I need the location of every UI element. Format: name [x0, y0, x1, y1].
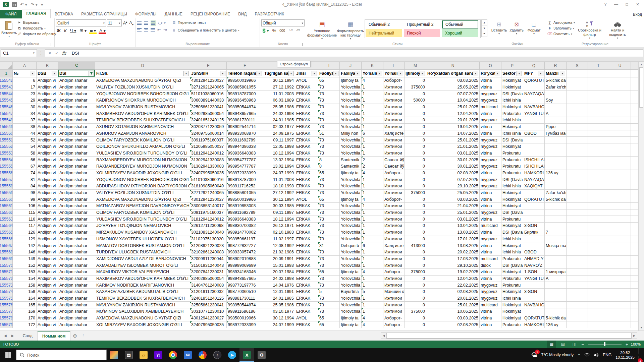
- cell[interactable]: 30210831240040: [190, 229, 227, 236]
- cell[interactable]: 09.11.1997: [263, 137, 295, 143]
- empty-cell[interactable]: [567, 269, 588, 275]
- cell[interactable]: [545, 117, 567, 123]
- cell[interactable]: Ахборот-: [383, 315, 405, 321]
- cell[interactable]: 24.01.1985: [263, 117, 295, 123]
- cell[interactable]: Andijon shahar: [58, 276, 95, 282]
- row-header-155559[interactable]: 155559: [0, 190, 13, 196]
- cell[interactable]: 73: [318, 124, 340, 130]
- cell[interactable]: AYOL: [295, 196, 318, 202]
- cell[interactable]: 73: [318, 117, 340, 123]
- accounting-format-button[interactable]: 💲▾: [261, 28, 269, 33]
- cell[interactable]: vitrina: [480, 269, 501, 275]
- cell[interactable]: [523, 150, 545, 157]
- cell[interactable]: Andijon shahar: [58, 249, 95, 255]
- cell[interactable]: 27.12.1992: [263, 84, 295, 90]
- cell[interactable]: DSI (Davla: [501, 229, 523, 236]
- cell[interactable]: AYOL: [295, 315, 318, 321]
- cell[interactable]: 1: [362, 90, 383, 97]
- row-header-155551[interactable]: 155551: [0, 137, 13, 143]
- cell[interactable]: 1: [362, 216, 383, 222]
- empty-cell[interactable]: [567, 308, 588, 315]
- cell[interactable]: Yo'lovchila: [340, 302, 362, 308]
- empty-cell[interactable]: [609, 130, 631, 137]
- cell[interactable]: mygovuz: [480, 236, 501, 242]
- cell[interactable]: 6: [362, 242, 383, 249]
- empty-cell[interactable]: [567, 249, 588, 255]
- cell[interactable]: Andijon vi: [37, 282, 58, 288]
- cell[interactable]: 4: [362, 315, 383, 321]
- cell[interactable]: Ichki ishla: [501, 183, 523, 189]
- cell[interactable]: Yo'lovchila: [340, 104, 362, 110]
- cell[interactable]: AXMEDOVA MAXZUNABONU GʻAYRAT QIZI: [95, 315, 190, 321]
- cell[interactable]: ERKAK: [295, 170, 318, 176]
- cell[interactable]: 11.01.2003: [263, 90, 295, 97]
- cell[interactable]: DSI (Davla: [501, 209, 523, 216]
- row-header-155579[interactable]: 155579: [0, 321, 13, 328]
- empty-cell[interactable]: [567, 216, 588, 222]
- cell[interactable]: vitrina: [480, 190, 501, 196]
- cell[interactable]: Бирлик: [523, 229, 545, 236]
- cell[interactable]: HAMKORL: [523, 170, 545, 176]
- cell[interactable]: 73: [318, 137, 340, 143]
- cell[interactable]: Andijon shahar: [58, 77, 95, 84]
- cell[interactable]: 32409755060014: [190, 130, 227, 137]
- cell[interactable]: 998954777787: [227, 157, 263, 163]
- cell[interactable]: ERKAK: [295, 256, 318, 262]
- cell[interactable]: Andijon shahar: [58, 315, 95, 321]
- namebox-splitter[interactable]: ⋮: [39, 51, 43, 55]
- cell[interactable]: Hokimiyat: [501, 203, 523, 209]
- cell[interactable]: 25.05.2025: [426, 190, 480, 196]
- cell[interactable]: 136 uy: [545, 321, 567, 328]
- cell[interactable]: Andijon vi: [37, 249, 58, 255]
- cell[interactable]: Andijon shahar: [58, 302, 95, 308]
- cell[interactable]: 1 микрорайон: [545, 269, 567, 275]
- empty-cell[interactable]: [588, 84, 609, 90]
- empty-cell[interactable]: [567, 256, 588, 262]
- cell[interactable]: TURDIYEV ULUGBEK RUSTAMOVICH: [95, 249, 190, 255]
- cell[interactable]: USMONOV XAYOTBEK ULUGʻBEK OʻGʻLI: [95, 236, 190, 242]
- cell[interactable]: 34: [13, 110, 37, 117]
- cell[interactable]: [545, 163, 567, 170]
- task-view-icon[interactable]: ▤: [121, 348, 136, 362]
- cell[interactable]: Hokimiyat: [501, 124, 523, 130]
- cell[interactable]: Andijon shahar: [58, 289, 95, 295]
- cell[interactable]: vitrina: [480, 321, 501, 328]
- cell[interactable]: Ахборот-: [383, 170, 405, 176]
- sort-filter-button[interactable]: АЯ Сортировка и фильтр▾: [575, 19, 604, 40]
- cell[interactable]: 998918787000: [227, 90, 263, 97]
- cell[interactable]: Andijon shahar: [58, 143, 95, 150]
- empty-cell[interactable]: [567, 157, 588, 163]
- cell[interactable]: 32007841230031: [190, 269, 227, 275]
- cell[interactable]: XOLMIRZAYEV BAXODIR JOXONGIR OʻGʻLI: [95, 321, 190, 328]
- cell[interactable]: Ахборот-: [383, 269, 405, 275]
- cell[interactable]: Andijon shahar: [58, 183, 95, 189]
- empty-cell[interactable]: [567, 137, 588, 143]
- cell[interactable]: 73: [318, 295, 340, 302]
- empty-cell[interactable]: [567, 176, 588, 183]
- scroll-down-icon[interactable]: ▼: [639, 325, 644, 330]
- cell[interactable]: 998936458963: [227, 97, 263, 104]
- cell[interactable]: Andijon vi: [37, 196, 58, 202]
- cell[interactable]: 3-SON: [523, 289, 545, 295]
- cell[interactable]: Yo'lovchila: [340, 97, 362, 104]
- cell[interactable]: Andijon shahar: [58, 196, 95, 202]
- formula-input[interactable]: DSI: [69, 49, 643, 57]
- cell[interactable]: Andijon vi: [37, 90, 58, 97]
- tab-2[interactable]: РАЗМЕТКА СТРАНИЦЫ: [77, 10, 131, 18]
- cell[interactable]: 73: [318, 308, 340, 315]
- cell[interactable]: Andijon shahar: [58, 137, 95, 143]
- cell[interactable]: vitrina: [480, 229, 501, 236]
- cell[interactable]: ERKAK: [295, 84, 318, 90]
- cell[interactable]: [545, 302, 567, 308]
- cell[interactable]: Ижтимои: [383, 183, 405, 189]
- cell[interactable]: Andijon vi: [37, 295, 58, 302]
- cell[interactable]: 24.01.1985: [263, 295, 295, 302]
- cell[interactable]: 51101038060016: [190, 90, 227, 97]
- cell[interactable]: 1: [362, 203, 383, 209]
- cell[interactable]: HAMKORL: [523, 321, 545, 328]
- format-painter-button[interactable]: 🖉Формат по образцу: [17, 32, 56, 36]
- row-header-155571[interactable]: 155571: [0, 269, 13, 275]
- cell[interactable]: 73: [318, 110, 340, 117]
- cell[interactable]: 26.12.1971: [263, 223, 295, 229]
- cell[interactable]: 998972333399: [227, 321, 263, 328]
